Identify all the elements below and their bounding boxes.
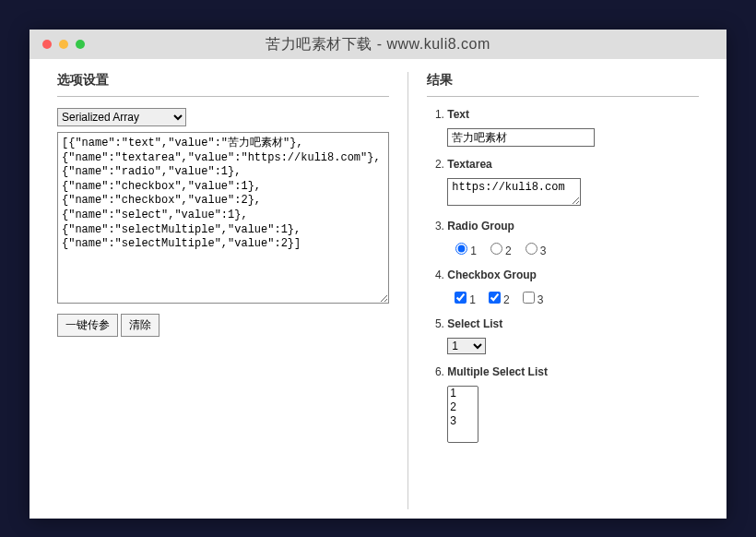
multiselect-input[interactable]: 123	[447, 386, 478, 443]
source-textarea[interactable]: [{"name":"text","value":"苦力吧素材"}, {"name…	[57, 132, 389, 304]
titlebar: 苦力吧素材下载 - www.kuli8.com	[30, 30, 726, 59]
multiselect-option[interactable]: 2	[448, 400, 478, 414]
radio-input[interactable]	[455, 243, 467, 255]
result-text-label: Text	[447, 108, 699, 121]
radio-option[interactable]: 1	[451, 240, 477, 257]
textarea-input[interactable]: https://kuli8.com	[447, 178, 581, 206]
app-window: 苦力吧素材下载 - www.kuli8.com 选项设置 Serialized …	[30, 30, 726, 519]
close-icon[interactable]	[42, 40, 52, 49]
result-text: Text	[447, 108, 699, 147]
result-textarea-label: Textarea	[447, 158, 699, 171]
radio-option[interactable]: 3	[521, 240, 547, 257]
window-controls	[42, 40, 85, 49]
panel-results: 结果 Text Textarea https://kuli8.com Radio…	[408, 72, 699, 509]
submit-button[interactable]: 一键传参	[57, 314, 118, 337]
multiselect-option[interactable]: 3	[448, 414, 478, 428]
result-checkbox: Checkbox Group 123	[447, 268, 699, 306]
checkbox-label: 3	[537, 293, 544, 306]
minimize-icon[interactable]	[59, 40, 68, 49]
checkbox-input[interactable]	[523, 292, 535, 304]
result-multiselect-label: Multiple Select List	[447, 365, 699, 378]
radio-label: 3	[540, 245, 547, 257]
checkbox-input[interactable]	[489, 292, 501, 304]
radio-option[interactable]: 2	[486, 240, 512, 257]
panel-options: 选项设置 Serialized Array [{"name":"text","v…	[57, 72, 408, 509]
checkbox-label: 2	[503, 293, 510, 306]
results-list: Text Textarea https://kuli8.com Radio Gr…	[427, 108, 699, 443]
checkbox-option[interactable]: 1	[451, 289, 476, 306]
checkbox-option[interactable]: 2	[485, 289, 510, 306]
checkbox-group: 123	[447, 289, 699, 306]
result-radio-label: Radio Group	[447, 220, 699, 233]
result-textarea: Textarea https://kuli8.com	[447, 158, 699, 209]
clear-button[interactable]: 清除	[121, 314, 159, 337]
checkbox-label: 1	[469, 293, 476, 306]
result-multiselect: Multiple Select List 123	[447, 365, 699, 443]
radio-input[interactable]	[526, 243, 537, 255]
radio-label: 1	[470, 245, 477, 257]
options-heading: 选项设置	[57, 72, 389, 97]
button-row: 一键传参 清除	[57, 314, 389, 337]
checkbox-input[interactable]	[455, 292, 467, 304]
results-heading: 结果	[427, 72, 699, 97]
radio-label: 2	[505, 245, 512, 257]
radio-input[interactable]	[490, 243, 502, 255]
checkbox-option[interactable]: 3	[519, 289, 544, 306]
multiselect-option[interactable]: 1	[448, 387, 478, 400]
result-select: Select List 1	[447, 317, 699, 354]
radio-group: 123	[447, 240, 699, 257]
format-select[interactable]: Serialized Array	[57, 108, 186, 126]
multiselect-option-blank	[448, 428, 478, 441]
result-select-label: Select List	[447, 317, 699, 330]
result-checkbox-label: Checkbox Group	[447, 268, 699, 281]
maximize-icon[interactable]	[76, 40, 85, 49]
select-input[interactable]: 1	[447, 338, 486, 354]
text-input[interactable]	[447, 128, 595, 147]
result-radio: Radio Group 123	[447, 220, 699, 257]
window-title: 苦力吧素材下载 - www.kuli8.com	[30, 35, 726, 54]
content: 选项设置 Serialized Array [{"name":"text","v…	[30, 59, 726, 519]
